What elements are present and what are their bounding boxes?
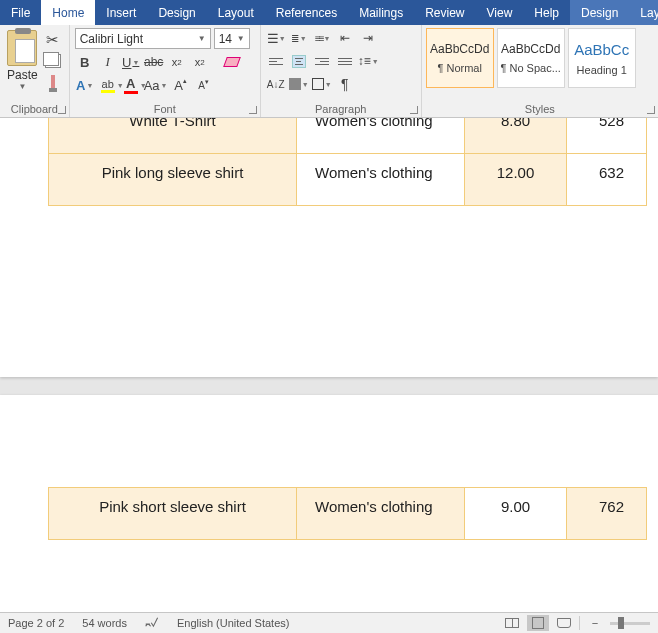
- cell-category[interactable]: Women's clothing: [297, 488, 465, 540]
- tab-home[interactable]: Home: [41, 0, 95, 25]
- font-color-button[interactable]: A▼: [121, 75, 141, 95]
- page-indicator[interactable]: Page 2 of 2: [8, 617, 64, 629]
- read-mode-button[interactable]: [501, 615, 523, 631]
- style-name-label: ¶ No Spac...: [501, 62, 561, 74]
- format-painter-button[interactable]: [44, 73, 62, 91]
- word-count[interactable]: 54 words: [82, 617, 127, 629]
- cell-category[interactable]: Women's clothing: [297, 118, 465, 154]
- numbering-button[interactable]: ≣▼: [289, 28, 309, 48]
- tab-contextual-layout[interactable]: Layout: [629, 0, 658, 25]
- group-font: Calibri Light ▼ 14 ▼ B I U▼ abc x2 x2 A▼: [70, 25, 261, 117]
- ribbon: Paste ▼ ✂ Clipboard Calibri Light ▼ 14 ▼: [0, 25, 658, 118]
- style-name-label: ¶ Normal: [437, 62, 481, 74]
- copy-button[interactable]: [44, 52, 62, 70]
- align-justify-button[interactable]: [335, 51, 355, 71]
- table-row[interactable]: Pink long sleeve shirt Women's clothing …: [49, 154, 647, 206]
- shading-button[interactable]: ▼: [289, 74, 309, 94]
- bold-button[interactable]: B: [75, 52, 95, 72]
- cell-product[interactable]: Pink short sleeve shirt: [49, 488, 297, 540]
- tab-contextual-design[interactable]: Design: [570, 0, 629, 25]
- align-center-button[interactable]: [289, 51, 309, 71]
- cut-button[interactable]: ✂: [44, 31, 62, 49]
- bullets-button[interactable]: ☰▼: [266, 28, 286, 48]
- italic-button[interactable]: I: [98, 52, 118, 72]
- cell-price[interactable]: 12.00: [465, 154, 567, 206]
- cell-price[interactable]: 8.80: [465, 118, 567, 154]
- show-hide-button[interactable]: ¶: [335, 74, 355, 94]
- document-area[interactable]: Pink Shirt Women's clothing 8.80 892 Whi…: [0, 118, 658, 612]
- group-paragraph: ☰▼ ≣▼ ≡≡▼ ⇤ ⇥ ↕≡▼ A↓Z ▼ ▼ ¶ Paragraph: [261, 25, 422, 117]
- change-case-label: Aa: [144, 78, 160, 93]
- cell-qty[interactable]: 528: [567, 118, 647, 154]
- tab-file[interactable]: File: [0, 0, 41, 25]
- tab-help[interactable]: Help: [523, 0, 570, 25]
- table-row[interactable]: White T-Shirt Women's clothing 8.80 528: [49, 118, 647, 154]
- align-right-button[interactable]: [312, 51, 332, 71]
- chevron-down-icon: ▼: [18, 82, 26, 91]
- cell-product[interactable]: Pink long sleeve shirt: [49, 154, 297, 206]
- spell-check-icon[interactable]: [145, 616, 159, 630]
- align-left-button[interactable]: [266, 51, 286, 71]
- tab-mailings[interactable]: Mailings: [348, 0, 414, 25]
- multilevel-list-button[interactable]: ≡≡▼: [312, 28, 332, 48]
- group-styles: AaBbCcDd ¶ Normal AaBbCcDd ¶ No Spac... …: [422, 25, 658, 117]
- tab-view[interactable]: View: [476, 0, 524, 25]
- monitor-icon: [557, 618, 571, 628]
- zoom-slider[interactable]: [610, 622, 650, 625]
- font-name-combo[interactable]: Calibri Light ▼: [75, 28, 211, 49]
- document-table[interactable]: Pink Shirt Women's clothing 8.80 892 Whi…: [48, 118, 647, 206]
- cell-qty[interactable]: 762: [567, 488, 647, 540]
- clipboard-icon: [7, 30, 37, 66]
- tab-review[interactable]: Review: [414, 0, 475, 25]
- font-size-combo[interactable]: 14 ▼: [214, 28, 250, 49]
- tab-layout[interactable]: Layout: [207, 0, 265, 25]
- chevron-down-icon: ▼: [237, 34, 245, 43]
- tab-references[interactable]: References: [265, 0, 348, 25]
- style-normal[interactable]: AaBbCcDd ¶ Normal: [426, 28, 494, 88]
- cell-qty[interactable]: 632: [567, 154, 647, 206]
- font-size-value: 14: [219, 32, 232, 46]
- group-paragraph-label: Paragraph: [261, 102, 421, 117]
- table-row[interactable]: Pink short sleeve shirt Women's clothing…: [49, 488, 647, 540]
- group-clipboard-label: Clipboard: [0, 102, 69, 117]
- status-bar: Page 2 of 2 54 words English (United Sta…: [0, 612, 658, 633]
- text-effects-button[interactable]: A▼: [75, 75, 95, 95]
- font-name-value: Calibri Light: [80, 32, 143, 46]
- style-heading-1[interactable]: AaBbCc Heading 1: [568, 28, 636, 88]
- font-color-icon: [124, 91, 138, 94]
- paste-button[interactable]: Paste ▼: [4, 28, 41, 102]
- border-icon: [312, 78, 324, 90]
- highlight-button[interactable]: ab▼: [98, 75, 118, 95]
- cell-price[interactable]: 9.00: [465, 488, 567, 540]
- line-spacing-button[interactable]: ↕≡▼: [358, 51, 379, 71]
- tab-design[interactable]: Design: [147, 0, 206, 25]
- change-case-button[interactable]: Aa▼: [144, 75, 168, 95]
- cell-category[interactable]: Women's clothing: [297, 154, 465, 206]
- print-layout-button[interactable]: [527, 615, 549, 631]
- style-no-spacing[interactable]: AaBbCcDd ¶ No Spac...: [497, 28, 565, 88]
- clear-formatting-button[interactable]: [222, 52, 242, 72]
- shrink-font-button[interactable]: A▾: [194, 75, 214, 95]
- web-layout-button[interactable]: [553, 615, 575, 631]
- scissors-icon: ✂: [46, 31, 59, 49]
- page-1: Pink Shirt Women's clothing 8.80 892 Whi…: [0, 118, 658, 377]
- zoom-out-button[interactable]: −: [584, 615, 606, 631]
- book-icon: [505, 618, 519, 628]
- language-indicator[interactable]: English (United States): [177, 617, 290, 629]
- superscript-button[interactable]: x2: [190, 52, 210, 72]
- subscript-button[interactable]: x2: [167, 52, 187, 72]
- grow-font-button[interactable]: A▴: [171, 75, 191, 95]
- strikethrough-button[interactable]: abc: [144, 52, 164, 72]
- increase-indent-button[interactable]: ⇥: [358, 28, 378, 48]
- zoom-knob[interactable]: [618, 617, 624, 629]
- sort-button[interactable]: A↓Z: [266, 74, 286, 94]
- tab-insert[interactable]: Insert: [95, 0, 147, 25]
- underline-button[interactable]: U▼: [121, 52, 141, 72]
- decrease-indent-button[interactable]: ⇤: [335, 28, 355, 48]
- borders-button[interactable]: ▼: [312, 74, 332, 94]
- page-2: Pink short sleeve shirt Women's clothing…: [0, 395, 658, 612]
- document-table[interactable]: Pink short sleeve shirt Women's clothing…: [48, 487, 647, 540]
- cell-product[interactable]: White T-Shirt: [49, 118, 297, 154]
- style-name-label: Heading 1: [577, 64, 627, 76]
- separator: [579, 616, 580, 630]
